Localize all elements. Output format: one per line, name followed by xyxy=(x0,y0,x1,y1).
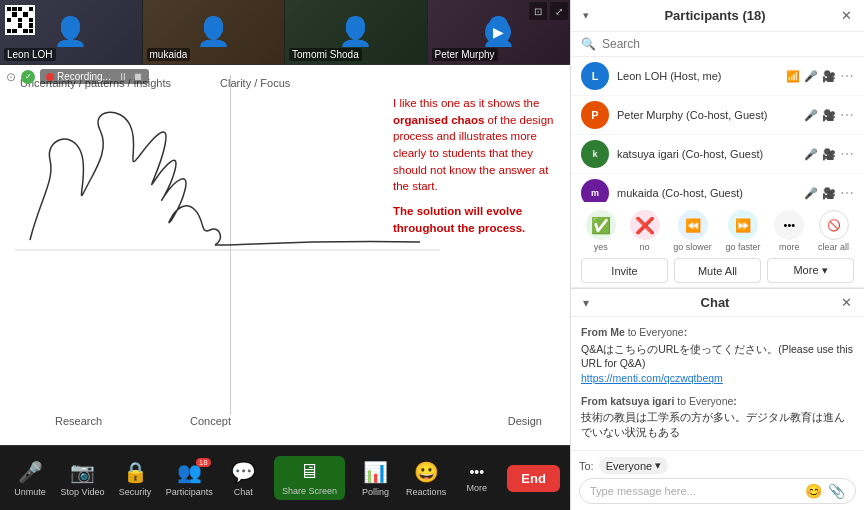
chat-placeholder: Type message here... xyxy=(590,485,799,497)
video-icon[interactable]: 🎥 xyxy=(822,109,836,122)
search-input[interactable] xyxy=(602,37,854,51)
chat-messages: From Me to Everyone: Q&AはこちらのURLを使ってください… xyxy=(571,317,864,450)
reactions-label: Reactions xyxy=(406,487,446,497)
react-more-button[interactable]: ••• more xyxy=(774,210,804,252)
expand-controls[interactable]: ⊡ ⤢ xyxy=(529,2,568,20)
participants-more-button[interactable]: More ▾ xyxy=(767,258,854,283)
poll-icon: 📊 xyxy=(363,460,388,484)
polling-button[interactable]: 📊 Polling xyxy=(356,460,396,497)
diagram-svg xyxy=(0,75,460,395)
emoji-icon[interactable]: 😊 xyxy=(805,483,822,499)
video-thumb-leon[interactable]: 👤 Leon LOH xyxy=(0,0,143,64)
video-icon[interactable]: 🎥 xyxy=(822,187,836,200)
chat-text: Q&AはこちらのURLを使ってください。(Please use this URL… xyxy=(581,342,854,371)
more-button[interactable]: ••• More xyxy=(457,464,497,493)
invite-button[interactable]: Invite xyxy=(581,258,668,283)
chat-header: ▾ Chat ✕ xyxy=(571,288,864,317)
participant-icons: 📶 🎤 🎥 ⋯ xyxy=(786,68,854,84)
label-research: Research xyxy=(55,415,102,427)
minimize-icon[interactable]: ⊡ xyxy=(529,2,547,20)
chat-icon: 💬 xyxy=(231,460,256,484)
reactions-button[interactable]: 😀 Reactions xyxy=(406,460,446,497)
stop-icon[interactable]: ⏹ xyxy=(133,71,143,82)
reaction-buttons: ✅ yes ❌ no ⏪ go slower ⏩ go faster ••• m… xyxy=(581,210,854,252)
mute-all-button[interactable]: Mute All xyxy=(674,258,761,283)
clear-label: clear all xyxy=(818,242,849,252)
maximize-icon[interactable]: ⤢ xyxy=(550,2,568,20)
rec-dot xyxy=(46,73,54,81)
share-screen-button[interactable]: 🖥 Share Screen xyxy=(274,456,345,500)
participant-more-icon[interactable]: ⋯ xyxy=(840,68,854,84)
participant-more-icon[interactable]: ⋯ xyxy=(840,185,854,201)
video-label-leon: Leon LOH xyxy=(4,48,56,61)
video-label-peter: Peter Murphy xyxy=(432,48,498,61)
to-dropdown[interactable]: Everyone ▾ xyxy=(599,457,668,474)
chat-type-box[interactable]: Type message here... 😊 📎 xyxy=(579,478,856,504)
react-yes-button[interactable]: ✅ yes xyxy=(586,210,616,252)
search-icon: 🔍 xyxy=(581,37,596,51)
participants-header: ▾ Participants (18) ✕ xyxy=(571,0,864,32)
chat-from: From Me to Everyone: xyxy=(581,325,854,340)
react-faster-button[interactable]: ⏩ go faster xyxy=(726,210,761,252)
more-reactions-label: more xyxy=(779,242,800,252)
to-row: To: Everyone ▾ xyxy=(579,457,856,474)
end-button[interactable]: End xyxy=(507,465,560,492)
video-icon[interactable]: 🎥 xyxy=(822,148,836,161)
react-no-button[interactable]: ❌ no xyxy=(630,210,660,252)
chat-link[interactable]: https://menti.com/qczwqtbeqm xyxy=(581,371,854,386)
avatar: P xyxy=(581,101,609,129)
security-label: Security xyxy=(119,487,152,497)
mute-icon[interactable]: 🎤 xyxy=(804,187,818,200)
left-panel: 👤 Leon LOH 👤 mukaida 👤 Tomomi Shoda xyxy=(0,0,570,510)
yes-label: yes xyxy=(594,242,608,252)
participant-item: m mukaida (Co-host, Guest) 🎤 🎥 ⋯ xyxy=(571,174,864,202)
participants-title: Participants (18) xyxy=(664,8,765,23)
participants-button[interactable]: 👥 18 Participants xyxy=(166,460,213,497)
attach-icon[interactable]: 📎 xyxy=(828,483,845,499)
mic-icon: 🎤 xyxy=(18,460,43,484)
video-thumb-tomomi[interactable]: 👤 Tomomi Shoda xyxy=(285,0,428,64)
no-label: no xyxy=(640,242,650,252)
collapse-chat-arrow[interactable]: ▾ xyxy=(583,296,589,310)
participant-item: L Leon LOH (Host, me) 📶 🎤 🎥 ⋯ xyxy=(571,57,864,96)
faster-icon: ⏩ xyxy=(728,210,758,240)
recording-indicator[interactable]: Recording... ⏸ ⏹ xyxy=(40,69,149,84)
mute-icon[interactable]: 🎤 xyxy=(804,70,818,83)
participant-icons: 🎤 🎥 ⋯ xyxy=(804,107,854,123)
mute-icon[interactable]: 🎤 xyxy=(804,109,818,122)
pause-icon[interactable]: ⏸ xyxy=(118,71,128,82)
close-chat-icon[interactable]: ✕ xyxy=(841,295,852,310)
lock-icon: 🔒 xyxy=(123,460,148,484)
stop-video-button[interactable]: 📷 Stop Video xyxy=(61,460,105,497)
collapse-participants-arrow[interactable]: ▾ xyxy=(583,9,589,22)
status-bar: ⊙ ✓ Recording... ⏸ ⏹ xyxy=(6,69,149,84)
faster-label: go faster xyxy=(726,242,761,252)
video-thumb-mukaida[interactable]: 👤 mukaida xyxy=(143,0,286,64)
slower-icon: ⏪ xyxy=(678,210,708,240)
react-clear-button[interactable]: 🚫 clear all xyxy=(818,210,849,252)
speaker-indicator[interactable]: ▶ xyxy=(485,19,511,45)
chat-button[interactable]: 💬 Chat xyxy=(223,460,263,497)
participant-list: L Leon LOH (Host, me) 📶 🎤 🎥 ⋯ P Peter Mu… xyxy=(571,57,864,202)
control-bar: 🎤 Unmute 📷 Stop Video 🔒 Security 👥 18 Pa… xyxy=(0,445,570,510)
unmute-button[interactable]: 🎤 Unmute xyxy=(10,460,50,497)
mute-icon[interactable]: 🎤 xyxy=(804,148,818,161)
video-icon[interactable]: 🎥 xyxy=(822,70,836,83)
avatar: L xyxy=(581,62,609,90)
right-panel: ▾ Participants (18) ✕ 🔍 L Leon LOH (Host… xyxy=(570,0,864,510)
close-participants-icon[interactable]: ✕ xyxy=(841,8,852,23)
avatar: k xyxy=(581,140,609,168)
more-reactions-icon: ••• xyxy=(774,210,804,240)
security-button[interactable]: 🔒 Security xyxy=(115,460,155,497)
react-slower-button[interactable]: ⏪ go slower xyxy=(673,210,712,252)
slide-area: Uncertainty / patterns / insights Clarit… xyxy=(0,65,570,445)
qr-code xyxy=(5,5,35,35)
chat-from: From katsuya igari to Everyone: xyxy=(581,394,854,409)
camera-icon: 📷 xyxy=(70,460,95,484)
participants-label: Participants xyxy=(166,487,213,497)
annotation-line2: The solution will evolve throughout the … xyxy=(393,203,558,236)
avatar: m xyxy=(581,179,609,202)
participant-more-icon[interactable]: ⋯ xyxy=(840,146,854,162)
recording-text: Recording... xyxy=(57,71,111,82)
participant-more-icon[interactable]: ⋯ xyxy=(840,107,854,123)
